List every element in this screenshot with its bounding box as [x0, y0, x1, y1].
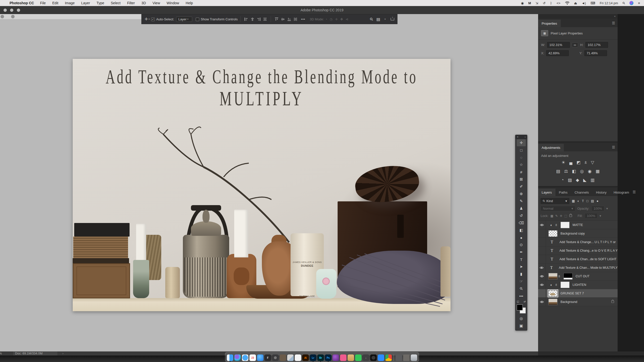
- layer-row[interactable]: GRUNGE SET 7: [538, 289, 618, 298]
- align-bottom-icon[interactable]: [287, 17, 291, 21]
- layer-name[interactable]: CUT OUT: [576, 275, 589, 278]
- align-right-icon[interactable]: [257, 17, 261, 21]
- blend-mode-dropdown[interactable]: Normal▾: [541, 206, 575, 211]
- quick-selection-tool[interactable]: ☆: [517, 161, 526, 168]
- black-white-icon[interactable]: ◧: [572, 169, 576, 174]
- notes-app[interactable]: [280, 354, 286, 361]
- photoshop[interactable]: Ps: [325, 354, 332, 361]
- tab-histogram[interactable]: Histogram: [610, 189, 633, 196]
- tab-adjustments[interactable]: Adjustments: [538, 144, 564, 151]
- workspace-caret-icon[interactable]: ▾: [384, 18, 386, 20]
- height-field[interactable]: 102.17%: [585, 42, 608, 48]
- display-mirroring-icon[interactable]: ⇲: [536, 1, 538, 5]
- layer-name[interactable]: Add Texture & Chan... Mode to MULTIPLY: [559, 266, 618, 269]
- zoom-app[interactable]: [378, 354, 384, 361]
- width-field[interactable]: 102.31%: [547, 42, 570, 48]
- layer-thumbnail[interactable]: [548, 273, 557, 280]
- visibility-toggle[interactable]: [538, 272, 546, 280]
- invert-icon[interactable]: ◔: [561, 177, 564, 183]
- quick-mask-button[interactable]: ◎: [517, 315, 526, 322]
- color-lookup-icon[interactable]: ▦: [596, 169, 600, 174]
- lock-position-icon[interactable]: ✛: [560, 214, 562, 218]
- menu-item-help[interactable]: Help: [186, 1, 193, 5]
- siri-icon[interactable]: [629, 1, 633, 5]
- black-sphere-app[interactable]: [370, 354, 377, 361]
- download-app[interactable]: ↓: [363, 354, 369, 361]
- lock-artboard-icon[interactable]: ⬚: [565, 214, 567, 218]
- auto-select-checkbox[interactable]: ✓: [151, 18, 155, 21]
- y-field[interactable]: 71.49%: [584, 50, 607, 56]
- volume-icon[interactable]: ◄): [582, 1, 586, 5]
- tab-channels[interactable]: Channels: [571, 189, 592, 196]
- bluetooth-icon[interactable]: ᛒ: [550, 1, 552, 5]
- layer-thumbnail[interactable]: [548, 299, 557, 305]
- move-tool[interactable]: ✛: [517, 139, 526, 146]
- filter-type-layers-icon[interactable]: T: [582, 199, 584, 203]
- photos-app[interactable]: [287, 354, 294, 361]
- layer-name[interactable]: Background: [560, 300, 577, 304]
- lasso-tool[interactable]: ◌: [517, 154, 526, 161]
- gradient-tool[interactable]: ◧: [517, 227, 526, 234]
- visibility-toggle[interactable]: [538, 281, 546, 289]
- lightroom[interactable]: Lr: [310, 354, 316, 361]
- opacity-caret-icon[interactable]: ▾: [606, 207, 608, 210]
- menu-item-file[interactable]: File: [40, 1, 46, 5]
- hue-saturation-icon[interactable]: ▤: [556, 169, 560, 174]
- notification-center-icon[interactable]: ≡: [638, 1, 640, 5]
- close-icon[interactable]: ✕: [517, 136, 519, 138]
- layer-row[interactable]: TAdd Texture & Chan... Mode to MULTIPLY: [538, 263, 618, 272]
- menu-item-image[interactable]: Image: [65, 1, 75, 5]
- frame-tool[interactable]: ⊠: [517, 176, 526, 183]
- curves-icon[interactable]: ◩: [576, 160, 580, 165]
- code-brackets-icon[interactable]: <>: [556, 1, 560, 5]
- media-player[interactable]: [333, 354, 339, 361]
- eraser-tool[interactable]: ⌫: [517, 219, 526, 227]
- exposure-icon[interactable]: ±: [584, 160, 587, 165]
- app-menu-title[interactable]: Photoshop CC: [10, 1, 34, 5]
- minimized-window-2[interactable]: [403, 354, 410, 361]
- layer-filter-toggle[interactable]: ●: [596, 199, 598, 203]
- crop-tool[interactable]: #: [517, 168, 526, 175]
- history-brush-tool[interactable]: ↺: [517, 212, 526, 219]
- lock-transparency-icon[interactable]: ▦: [550, 214, 553, 218]
- zoom-window-button[interactable]: [17, 9, 20, 12]
- app-store[interactable]: [257, 354, 264, 361]
- collapse-panels-icon[interactable]: «: [614, 15, 616, 18]
- illustrator[interactable]: Ai: [302, 354, 309, 361]
- clone-stamp-tool[interactable]: ♟: [517, 205, 526, 212]
- lock-pixels-icon[interactable]: ✎: [555, 214, 558, 218]
- layer-row[interactable]: 8CUT OUT: [538, 272, 618, 281]
- layer-mask-thumbnail[interactable]: [564, 273, 573, 280]
- filter-adjustment-layers-icon[interactable]: ◐: [577, 199, 579, 203]
- visibility-toggle[interactable]: [538, 221, 546, 229]
- safari[interactable]: [242, 354, 249, 361]
- wifi-icon[interactable]: [565, 2, 570, 5]
- filter-kind-dropdown[interactable]: ⚲ Kind ▾: [541, 198, 569, 204]
- marquee-tool[interactable]: □: [517, 147, 526, 154]
- keyboard-icon[interactable]: ⌨: [590, 1, 595, 5]
- screen-mode-button[interactable]: ▣: [517, 322, 526, 329]
- more-align-options-icon[interactable]: •••: [301, 17, 305, 21]
- eyedropper-tool[interactable]: ✐: [517, 183, 526, 190]
- folder-icon[interactable]: [348, 354, 354, 361]
- bridge[interactable]: Br: [317, 354, 324, 361]
- trash-icon[interactable]: [411, 354, 417, 361]
- align-center-h-icon[interactable]: [251, 17, 254, 21]
- layer-name[interactable]: Add Texture & Chan...de to SOFT LIGHT: [559, 257, 617, 261]
- layer-row[interactable]: TAdd Texture & Change... U L T I P L Y o…: [538, 238, 618, 246]
- layer-name[interactable]: LIGHTEN: [573, 283, 586, 287]
- status-chevron-icon[interactable]: ›: [62, 351, 63, 355]
- healing-brush-tool[interactable]: ⊕: [517, 190, 526, 197]
- filter-shape-layers-icon[interactable]: □: [586, 199, 588, 203]
- tab-paths[interactable]: Paths: [555, 189, 571, 196]
- camera-app[interactable]: [272, 354, 279, 361]
- visibility-toggle[interactable]: [538, 298, 546, 306]
- document-app[interactable]: [295, 354, 301, 361]
- align-left-icon[interactable]: [244, 17, 248, 21]
- color-balance-icon[interactable]: ⚖: [564, 169, 568, 174]
- menu-item-select[interactable]: Select: [111, 1, 120, 5]
- doc-window-control-2[interactable]: [11, 15, 15, 18]
- mask-link-icon[interactable]: 8: [557, 275, 561, 278]
- fill-field[interactable]: 100%: [585, 213, 597, 218]
- filter-smart-objects-icon[interactable]: ▤: [591, 199, 594, 203]
